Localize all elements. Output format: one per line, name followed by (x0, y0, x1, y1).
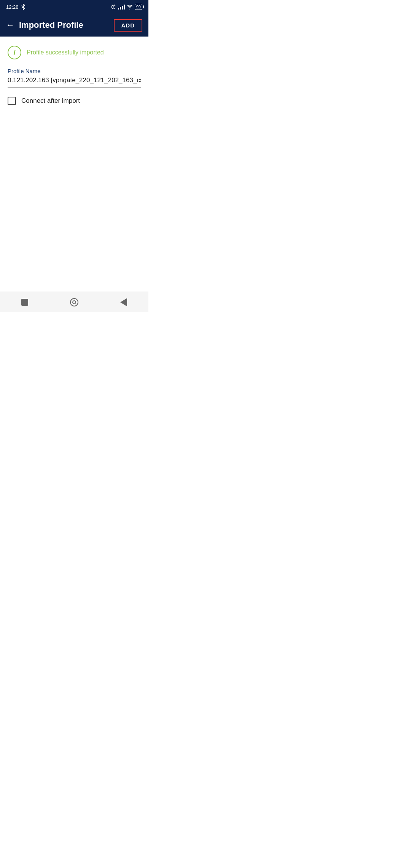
toolbar-left: ← Imported Profile (6, 20, 83, 30)
toolbar: ← Imported Profile ADD (0, 14, 148, 37)
bluetooth-icon (21, 4, 25, 10)
success-text: Profile successfully imported (27, 49, 104, 56)
success-message-row: i Profile successfully imported (8, 46, 141, 59)
wifi-icon (127, 5, 133, 10)
nav-home-button[interactable] (67, 295, 82, 310)
info-letter: i (13, 49, 15, 56)
profile-name-label: Profile Name (8, 68, 141, 74)
connect-after-import-checkbox[interactable] (8, 97, 16, 105)
svg-line-2 (113, 7, 114, 8)
navigation-bar (0, 292, 148, 312)
triangle-icon (120, 298, 127, 306)
alarm-icon (111, 4, 116, 10)
circle-icon (70, 298, 78, 306)
status-right: 99 (111, 4, 142, 10)
status-bar: 12:28 99 (0, 0, 148, 14)
content-area: i Profile successfully imported Profile … (0, 37, 148, 105)
svg-point-5 (129, 8, 130, 9)
nav-back-button[interactable] (116, 295, 131, 310)
page-title: Imported Profile (19, 20, 83, 30)
add-button[interactable]: ADD (114, 19, 143, 32)
back-button[interactable]: ← (6, 21, 14, 29)
signal-icon (118, 4, 125, 10)
status-time: 12:28 (6, 4, 19, 10)
square-icon (21, 299, 28, 306)
nav-square-button[interactable] (17, 295, 32, 310)
battery-icon: 99 (135, 4, 142, 10)
connect-after-import-label: Connect after import (21, 97, 80, 105)
profile-name-value[interactable]: 0.121.202.163 [vpngate_220_121_202_163_c… (8, 77, 141, 88)
circle-inner-icon (72, 300, 76, 304)
svg-line-3 (112, 5, 112, 5)
info-circle-icon: i (8, 46, 21, 59)
status-left: 12:28 (6, 4, 25, 10)
svg-line-4 (115, 5, 115, 5)
connect-after-import-row: Connect after import (8, 97, 141, 105)
